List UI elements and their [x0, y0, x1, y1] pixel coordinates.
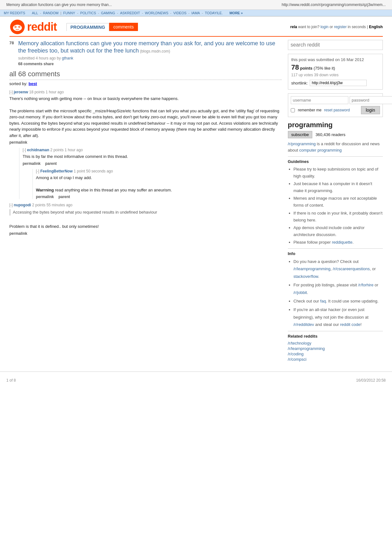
comment-text-jeroenw-2: The problems start with the microsoft sp… — [9, 108, 282, 139]
comment-feelingbetternow: [-] FeelingBetterNow 1 point 50 seconds … — [32, 169, 282, 199]
jobbit-link[interactable]: /r/jobbit — [294, 290, 307, 295]
info-title: Info — [288, 251, 383, 256]
reddiquette-link[interactable]: reddiquette — [332, 240, 352, 245]
browser-bar: Memory allocation functions can give you… — [0, 0, 392, 10]
nav-random[interactable]: RANDOM — [43, 11, 59, 15]
nav-politics[interactable]: POLITICS — [80, 11, 96, 15]
comments-count[interactable]: 68 comments — [18, 62, 43, 66]
main-column: 78 Memory allocation functions can give … — [9, 40, 282, 362]
info-4: If you're an all-star hacker (or even ju… — [294, 306, 383, 328]
info-1: Do you have a question? Check out /r/lea… — [294, 258, 383, 280]
nav-askreddit[interactable]: ASKREDDIT — [120, 11, 140, 15]
svg-point-4 — [15, 27, 16, 28]
author-jeroenw[interactable]: jeroenw — [14, 90, 28, 94]
permalink-nupogodi[interactable]: permalink — [9, 231, 28, 236]
author-feelingbetternow[interactable]: FeelingBetterNow — [40, 169, 73, 173]
author-nupogodi[interactable]: nupogodi — [14, 203, 31, 207]
computer-programming-link[interactable]: computer programming — [299, 148, 342, 153]
permalink-feelingbetternow[interactable]: permalink — [36, 195, 54, 199]
subscribe-row: subscribe 360,436 readers — [288, 131, 383, 138]
post-domain: (blogs.msdn.com) — [140, 49, 170, 53]
guideline-2: Just because it has a computer in it doe… — [294, 180, 383, 194]
my-reddits-link[interactable]: MY REDDITS — [4, 11, 25, 15]
comment-body-echidnaman: This is by far the most informative comm… — [23, 153, 282, 160]
post-meta: submitted 4 hours ago by gthank — [18, 56, 282, 60]
login-link[interactable]: login — [320, 25, 328, 29]
vote-count: 78 — [9, 40, 16, 66]
permalink-echidnaman[interactable]: permalink — [23, 161, 41, 166]
author-link[interactable]: gthank — [62, 56, 73, 60]
shortlink-input[interactable] — [310, 80, 367, 86]
collapse-echidnaman[interactable]: [-] — [23, 148, 26, 152]
guidelines-list: Please try to keep submissions on topic … — [288, 166, 383, 246]
related-compsci-link[interactable]: /r/compsci — [288, 357, 383, 362]
comment-body-jeroenw: There's nothing wrong with getting more … — [9, 96, 282, 139]
search-input[interactable] — [288, 40, 383, 50]
subreddit-sidebar: programming subscribe 360,436 readers /r… — [288, 121, 383, 362]
sorted-by-label: sorted by: — [9, 81, 28, 86]
related-technology-link[interactable]: /r/technology — [288, 340, 383, 346]
quote-block-nupogodi: Accessing the bytes beyond what you requ… — [9, 209, 282, 215]
page-datetime: 16/03/2012 20:58 — [356, 378, 386, 383]
guideline-3: Memes and image macros are not acceptabl… — [294, 195, 383, 209]
cscareerquestions-link[interactable]: /r/cscareerquestions — [333, 266, 370, 271]
register-link[interactable]: register — [334, 25, 347, 29]
faq-link[interactable]: faq — [320, 299, 326, 303]
header-right: rela want to join? login or register in … — [290, 25, 383, 29]
nav-iama[interactable]: IAMA — [191, 11, 200, 15]
nav-worldnews[interactable]: WORLDNEWS — [145, 11, 168, 15]
related-learnprogramming: /r/learnprogramming — [288, 346, 383, 351]
language-label: English — [369, 25, 383, 29]
readers-count: 360,436 readers — [315, 132, 345, 137]
related-coding-link[interactable]: /r/coding — [288, 351, 383, 357]
forhire-link[interactable]: /r/forhire — [358, 283, 373, 287]
nav-videos[interactable]: VIDEOS — [173, 11, 187, 15]
subreddit-name: programming — [288, 121, 383, 129]
collapse-feelingbetternow[interactable]: [-] — [36, 169, 40, 173]
share-link[interactable]: share — [44, 62, 54, 66]
svg-point-10 — [16, 22, 19, 24]
subreddit-link[interactable]: /r/programming — [288, 141, 316, 146]
parent-feelingbetternow[interactable]: parent — [59, 195, 70, 199]
nav-todayile[interactable]: TODAYILE. — [205, 11, 223, 15]
browser-left-title: Memory allocation functions can give you… — [6, 3, 112, 7]
parent-echidnaman[interactable]: parent — [45, 161, 57, 166]
guideline-4: If there is no code in your link, it pro… — [294, 210, 383, 224]
username-input[interactable] — [291, 96, 348, 104]
remember-me-checkbox[interactable] — [291, 108, 295, 112]
subreddit-tab[interactable]: PROGRAMMING — [66, 23, 109, 31]
comment-text-jeroenw-1: There's nothing wrong with getting more … — [9, 96, 282, 102]
redditdev-link[interactable]: /r/redditdev — [294, 322, 314, 327]
related-learnprogramming-link[interactable]: /r/learnprogramming — [288, 346, 383, 351]
nav-more[interactable]: MORE » — [229, 11, 243, 15]
guidelines-title: Guidelines — [288, 159, 383, 164]
comment-text-echidnaman: This is by far the most informative comm… — [23, 153, 282, 160]
login-button[interactable]: login — [361, 106, 380, 114]
nav-gaming[interactable]: GAMING — [101, 11, 115, 15]
author-echidnaman[interactable]: echidnaman — [27, 148, 49, 152]
sort-method[interactable]: best — [28, 81, 37, 86]
comment-meta-feelingbetternow: [-] FeelingBetterNow 1 point 50 seconds … — [36, 169, 282, 173]
nav-all[interactable]: ALL — [32, 11, 38, 15]
reset-password-link[interactable]: reset password — [324, 108, 350, 112]
comments-tab[interactable]: comments — [109, 23, 138, 31]
password-input[interactable] — [350, 96, 392, 104]
permalink-jeroenw[interactable]: permalink — [9, 140, 28, 145]
comments-header: all 68 comments — [9, 70, 282, 80]
reddit-code-link[interactable]: reddit code — [340, 322, 360, 327]
subscribe-button[interactable]: subscribe — [288, 131, 313, 138]
stackoverflow-link[interactable]: stackoverflow — [294, 274, 318, 279]
sort-info: sorted by: best — [9, 81, 282, 86]
shortlink-label: shortlink: — [291, 81, 308, 85]
nav-funny[interactable]: FUNNY — [63, 11, 75, 15]
logo-area: reddit — [9, 19, 57, 35]
warning-bold: Warrning — [36, 188, 54, 192]
collapse-nupogodi[interactable]: [-] — [9, 203, 13, 207]
guideline-1: Please try to keep submissions on topic … — [294, 166, 383, 180]
site-logo-text[interactable]: reddit — [27, 20, 57, 34]
top-nav: MY REDDITS ALL - RANDOM | FUNNY - POLITI… — [0, 10, 392, 16]
guideline-5: App demos should include code and/or arc… — [294, 224, 383, 238]
info-3: Check out our faq. It could use some upd… — [294, 297, 383, 305]
collapse-jeroenw[interactable]: [-] — [9, 90, 13, 94]
learnprogramming-link[interactable]: /r/learnprogramming — [294, 266, 331, 271]
